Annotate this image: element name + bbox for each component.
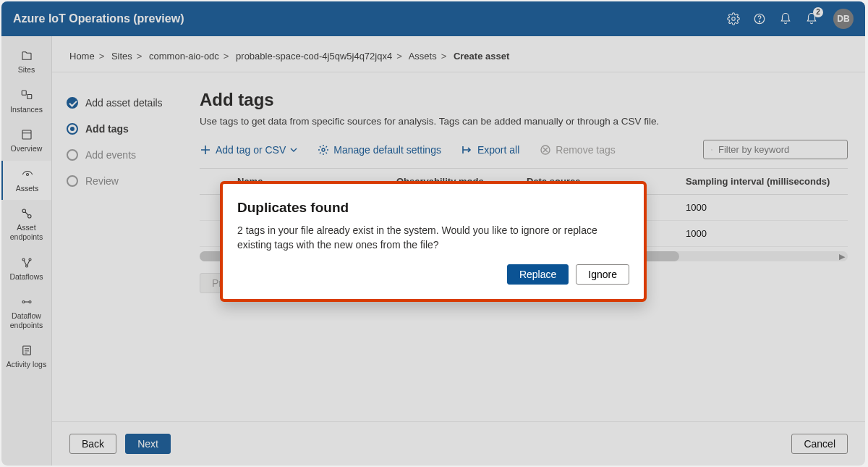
ignore-button[interactable]: Ignore — [576, 264, 629, 285]
dialog-title: Duplicates found — [237, 200, 629, 216]
dialog-body: 2 tags in your file already exist in the… — [237, 223, 629, 253]
duplicates-dialog: Duplicates found 2 tags in your file alr… — [220, 181, 647, 302]
modal-overlay: Duplicates found 2 tags in your file alr… — [1, 1, 865, 466]
replace-button[interactable]: Replace — [507, 264, 569, 285]
